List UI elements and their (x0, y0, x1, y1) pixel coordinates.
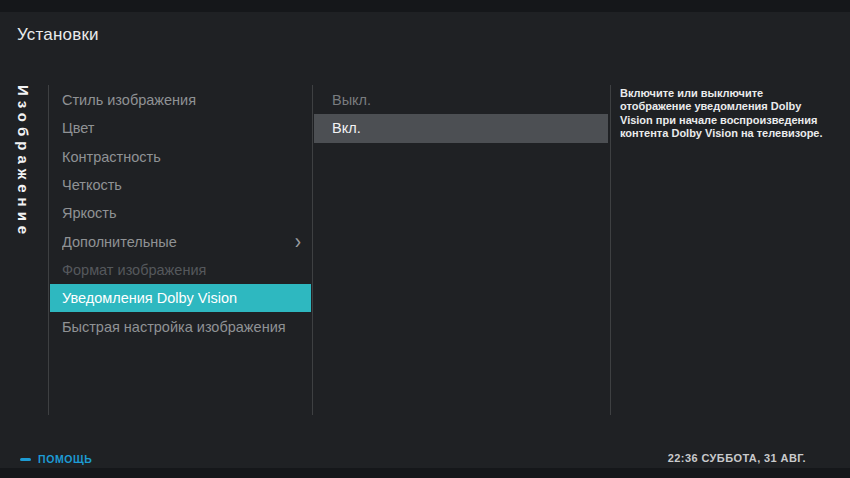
menu-item-dolby-vision-notifications[interactable]: Уведомления Dolby Vision (50, 284, 311, 312)
menu-item-label: Стиль изображения (62, 92, 196, 108)
help-key-icon (20, 458, 31, 461)
help-label: ПОМОЩЬ (38, 453, 92, 465)
setting-description: Включите или выключите отображение уведо… (620, 87, 831, 141)
option-on[interactable]: Вкл. (314, 114, 608, 142)
bottom-letterbox-bar (0, 468, 850, 478)
menu-item-label: Четкость (62, 177, 122, 193)
menu-item-label: Яркость (62, 205, 117, 221)
menu-item-brightness[interactable]: Яркость (50, 199, 311, 227)
menu-item-label: Формат изображения (62, 262, 206, 278)
top-letterbox-bar (0, 0, 850, 12)
menu-item-label: Контрастность (62, 149, 161, 165)
option-label: Вкл. (332, 120, 361, 136)
option-off[interactable]: Выкл. (314, 86, 608, 114)
picture-settings-menu: Стиль изображения Цвет Контрастность Чет… (50, 86, 311, 341)
menu-item-sharpness[interactable]: Четкость (50, 171, 311, 199)
settings-screen: Установки Изображение Стиль изображения … (0, 0, 850, 478)
help-button[interactable]: ПОМОЩЬ (20, 452, 92, 466)
menu-item-colour[interactable]: Цвет (50, 114, 311, 142)
chevron-right-icon: › (295, 231, 301, 253)
menu-item-picture-style[interactable]: Стиль изображения (50, 86, 311, 114)
divider-middle (312, 85, 313, 415)
menu-item-quick-picture-settings[interactable]: Быстрая настройка изображения (50, 312, 311, 340)
menu-item-label: Уведомления Dolby Vision (62, 290, 237, 306)
menu-item-label: Быстрая настройка изображения (62, 319, 286, 335)
menu-item-advanced[interactable]: Дополнительные › (50, 227, 311, 255)
divider-left (48, 85, 49, 415)
menu-item-label: Дополнительные (62, 234, 177, 250)
divider-right (610, 85, 611, 415)
page-title: Установки (17, 25, 99, 45)
clock-date: 22:36 СУББОТА, 31 АВГ. (668, 452, 806, 464)
section-label-picture: Изображение (15, 85, 32, 285)
menu-item-contrast[interactable]: Контрастность (50, 143, 311, 171)
menu-item-label: Цвет (62, 120, 95, 136)
option-label: Выкл. (332, 92, 371, 108)
menu-item-picture-format: Формат изображения (50, 256, 311, 284)
option-list: Выкл. Вкл. (314, 86, 608, 143)
